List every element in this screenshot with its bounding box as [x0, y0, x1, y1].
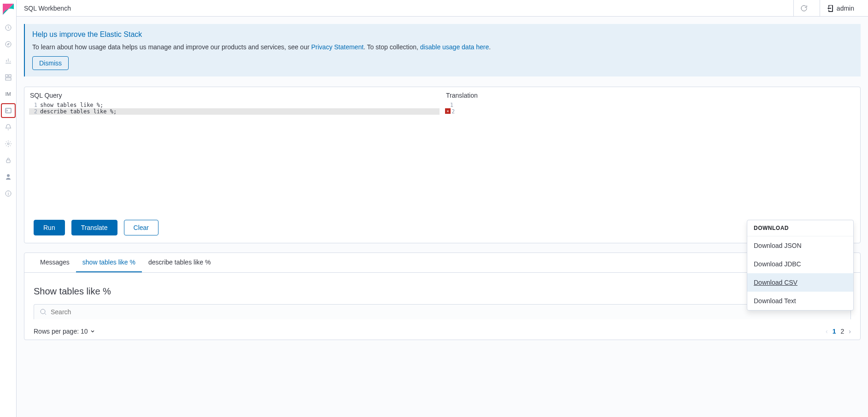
search-row: [24, 304, 860, 323]
chevron-down-icon: [90, 329, 95, 334]
svg-rect-4: [6, 78, 11, 80]
code-line: ✕2: [445, 108, 856, 115]
pagination: Rows per page: 10 ‹ 1 2 ›: [24, 323, 860, 340]
translation-editor[interactable]: 1 ✕2: [445, 102, 856, 212]
pages: ‹ 1 2 ›: [826, 328, 851, 335]
results-title: Show tables like %: [34, 286, 111, 297]
code-line: 2 describe tables like %;: [29, 108, 440, 115]
run-button[interactable]: Run: [34, 220, 65, 235]
sidebar-item-security[interactable]: [1, 153, 16, 168]
translate-button[interactable]: Translate: [71, 220, 117, 235]
sidebar-item-visualize[interactable]: [1, 53, 16, 68]
tab-messages[interactable]: Messages: [34, 253, 76, 272]
svg-rect-3: [9, 75, 11, 77]
search-icon: [40, 308, 47, 316]
main: SQL Workbench admin Help us improve the …: [17, 0, 868, 417]
results-header: Show tables like % Download: [24, 273, 860, 304]
sidebar-item-im[interactable]: IM: [1, 87, 16, 101]
svg-rect-2: [6, 75, 8, 77]
download-jdbc-item[interactable]: Download JDBC: [747, 255, 853, 273]
download-json-item[interactable]: Download JSON: [747, 236, 853, 255]
clear-button[interactable]: Clear: [124, 220, 158, 235]
sidebar-item-recent[interactable]: [1, 20, 16, 35]
privacy-link[interactable]: Privacy Statement: [311, 43, 364, 51]
svg-rect-5: [6, 108, 11, 113]
download-csv-item[interactable]: Download CSV: [747, 273, 853, 292]
code-line: 1 show tables like %;: [29, 102, 440, 108]
sidebar: IM: [0, 0, 17, 417]
code-line: 1: [445, 102, 856, 108]
callout-text: To learn about how usage data helps us m…: [32, 43, 853, 51]
search-input-wrap: [34, 304, 851, 319]
tab-show-tables[interactable]: show tables like %: [76, 253, 142, 272]
query-panel: SQL Query 1 show tables like %; 2 descri…: [24, 87, 861, 243]
sidebar-item-dashboard[interactable]: [1, 70, 16, 85]
logout-icon: [827, 5, 834, 12]
results-panel: Messages show tables like % describe tab…: [24, 253, 861, 340]
rows-per-page[interactable]: Rows per page: 10: [34, 328, 95, 335]
translation-label: Translation: [445, 92, 856, 99]
sql-editor[interactable]: 1 show tables like %; 2 describe tables …: [29, 102, 440, 212]
svg-point-1: [6, 41, 11, 47]
username: admin: [837, 5, 854, 12]
download-menu-header: DOWNLOAD: [747, 220, 853, 236]
telemetry-callout: Help us improve the Elastic Stack To lea…: [24, 24, 861, 76]
error-icon: ✕: [445, 108, 451, 114]
download-text-item[interactable]: Download Text: [747, 292, 853, 310]
callout-title: Help us improve the Elastic Stack: [32, 30, 853, 39]
dismiss-button[interactable]: Dismiss: [32, 56, 69, 70]
download-menu: DOWNLOAD Download JSON Download JDBC Dow…: [747, 220, 854, 311]
kibana-logo-icon[interactable]: [3, 4, 14, 15]
topbar: SQL Workbench admin: [17, 0, 868, 17]
translation-pane: Translation 1 ✕2: [445, 92, 856, 212]
panel-actions: Run Translate Clear: [24, 212, 860, 243]
next-page-icon[interactable]: ›: [849, 328, 851, 335]
sidebar-item-info[interactable]: [1, 186, 16, 201]
svg-rect-7: [6, 160, 10, 163]
tab-describe-tables[interactable]: describe tables like %: [142, 253, 217, 272]
results-tabs: Messages show tables like % describe tab…: [24, 253, 860, 273]
page-title: SQL Workbench: [24, 5, 71, 12]
sidebar-item-discover[interactable]: [1, 37, 16, 52]
refresh-icon[interactable]: [793, 0, 814, 17]
content: Help us improve the Elastic Stack To lea…: [17, 17, 868, 417]
search-input[interactable]: [51, 308, 845, 316]
sidebar-item-tenants[interactable]: [1, 170, 16, 184]
page-1[interactable]: 1: [833, 328, 836, 335]
user-menu[interactable]: admin: [820, 0, 861, 17]
sidebar-item-alerting[interactable]: [1, 120, 16, 135]
sidebar-item-management[interactable]: [1, 136, 16, 151]
page-2[interactable]: 2: [841, 328, 845, 335]
svg-point-9: [41, 309, 45, 314]
prev-page-icon[interactable]: ‹: [826, 328, 828, 335]
disable-usage-link[interactable]: disable usage data here: [420, 43, 489, 51]
sidebar-item-sql-workbench[interactable]: [1, 103, 16, 118]
svg-point-6: [7, 143, 9, 145]
sql-editor-pane: SQL Query 1 show tables like %; 2 descri…: [29, 92, 440, 212]
sql-editor-label: SQL Query: [29, 92, 440, 99]
